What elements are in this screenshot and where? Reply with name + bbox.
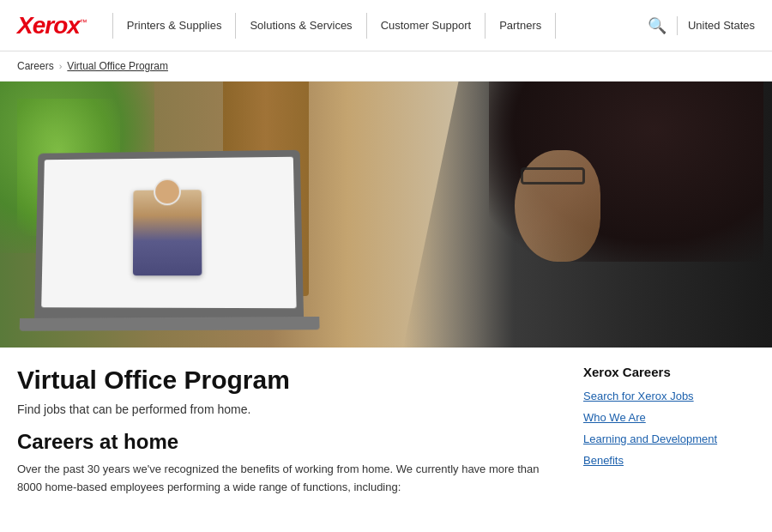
breadcrumb: Careers › Virtual Office Program: [0, 51, 772, 82]
hero-image: [0, 82, 772, 348]
page-title: Virtual Office Program: [17, 365, 566, 396]
breadcrumb-chevron-icon: ›: [59, 61, 63, 71]
header-right: 🔍 United States: [648, 16, 755, 35]
search-icon[interactable]: 🔍: [648, 16, 666, 35]
site-header: Xerox™ Printers & Supplies Solutions & S…: [0, 0, 772, 51]
nav-item-support[interactable]: Customer Support: [367, 13, 486, 39]
section-body: Over the past 30 years we've recognized …: [17, 461, 566, 497]
region-selector[interactable]: United States: [688, 19, 755, 32]
nav-item-solutions[interactable]: Solutions & Services: [236, 13, 366, 39]
xerox-logo[interactable]: Xerox™: [17, 12, 87, 39]
sidebar-link-who-we-are[interactable]: Who We Are: [583, 411, 755, 424]
content-left: Virtual Office Program Find jobs that ca…: [17, 365, 566, 497]
breadcrumb-home[interactable]: Careers: [17, 60, 54, 72]
main-content: Virtual Office Program Find jobs that ca…: [0, 348, 772, 497]
logo-area: Xerox™: [17, 12, 87, 39]
section-heading: Careers at home: [17, 430, 566, 454]
header-divider: [677, 16, 678, 35]
main-nav: Printers & Supplies Solutions & Services…: [112, 13, 648, 39]
sidebar-link-benefits[interactable]: Benefits: [583, 454, 755, 467]
nav-item-partners[interactable]: Partners: [486, 13, 556, 39]
sidebar: Xerox Careers Search for Xerox Jobs Who …: [583, 365, 755, 497]
breadcrumb-current: Virtual Office Program: [67, 60, 168, 72]
nav-item-printers[interactable]: Printers & Supplies: [112, 13, 237, 39]
sidebar-title: Xerox Careers: [583, 365, 755, 379]
sidebar-link-learning[interactable]: Learning and Development: [583, 432, 755, 445]
page-subtitle: Find jobs that can be performed from hom…: [17, 402, 566, 416]
sidebar-link-search-jobs[interactable]: Search for Xerox Jobs: [583, 390, 755, 402]
